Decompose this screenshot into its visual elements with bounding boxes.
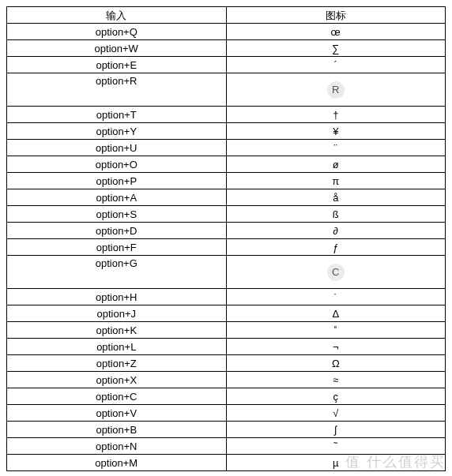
- cell-icon: µ: [226, 455, 446, 471]
- table-row: option+E´: [7, 57, 446, 73]
- table-row: option+Pπ: [7, 173, 446, 189]
- cell-icon: √: [226, 405, 446, 422]
- cell-icon: Δ: [226, 305, 446, 322]
- table-row: option+L¬: [7, 339, 446, 355]
- cell-input: option+R: [7, 73, 227, 107]
- table-row: option+N˜: [7, 438, 446, 455]
- cell-icon: π: [226, 173, 446, 189]
- cell-icon: œ: [226, 24, 446, 40]
- table-row: option+GC: [7, 256, 446, 289]
- cell-icon: ∂: [226, 223, 446, 239]
- cell-input: option+E: [7, 57, 227, 73]
- cell-icon: C: [226, 256, 446, 289]
- header-input: 输入: [7, 7, 227, 24]
- cell-input: option+K: [7, 322, 227, 339]
- cell-input: option+G: [7, 256, 227, 289]
- table-row: option+Sß: [7, 206, 446, 223]
- cell-input: option+L: [7, 339, 227, 355]
- cell-icon: †: [226, 107, 446, 123]
- cell-input: option+B: [7, 422, 227, 438]
- table-row: option+B∫: [7, 422, 446, 438]
- table-row: option+H˙: [7, 289, 446, 305]
- cell-icon: ∑: [226, 40, 446, 57]
- cell-input: option+N: [7, 438, 227, 455]
- cell-input: option+O: [7, 156, 227, 173]
- table-row: option+Mµ: [7, 455, 446, 471]
- table-row: option+RR: [7, 73, 446, 107]
- cell-icon: ∫: [226, 422, 446, 438]
- cell-input: option+H: [7, 289, 227, 305]
- cell-input: option+Z: [7, 355, 227, 372]
- cell-input: option+Q: [7, 24, 227, 40]
- cell-input: option+X: [7, 372, 227, 388]
- cell-icon: ß: [226, 206, 446, 223]
- table-row: option+ZΩ: [7, 355, 446, 372]
- table-row: option+Oø: [7, 156, 446, 173]
- cell-input: option+T: [7, 107, 227, 123]
- cell-input: option+Y: [7, 123, 227, 140]
- cell-input: option+P: [7, 173, 227, 189]
- cell-icon: å: [226, 189, 446, 206]
- cell-input: option+F: [7, 239, 227, 256]
- cell-icon: Ω: [226, 355, 446, 372]
- cell-icon: ƒ: [226, 239, 446, 256]
- table-row: option+Y¥: [7, 123, 446, 140]
- table-row: option+JΔ: [7, 305, 446, 322]
- cell-icon: ˚: [226, 322, 446, 339]
- cell-input: option+A: [7, 189, 227, 206]
- cell-input: option+W: [7, 40, 227, 57]
- table-row: option+T†: [7, 107, 446, 123]
- shortcut-table: 输入 图标 option+Qœoption+W∑option+E´option+…: [6, 6, 446, 471]
- cell-icon: R: [226, 73, 446, 107]
- table-row: option+W∑: [7, 40, 446, 57]
- cell-icon: ¥: [226, 123, 446, 140]
- cell-input: option+J: [7, 305, 227, 322]
- cell-icon: ¬: [226, 339, 446, 355]
- table-row: option+Fƒ: [7, 239, 446, 256]
- cell-input: option+U: [7, 140, 227, 156]
- table-header-row: 输入 图标: [7, 7, 446, 24]
- table-row: option+Aå: [7, 189, 446, 206]
- cell-icon: ¨: [226, 140, 446, 156]
- cell-icon: ´: [226, 57, 446, 73]
- cell-input: option+S: [7, 206, 227, 223]
- circled-icon: R: [327, 81, 345, 99]
- cell-input: option+M: [7, 455, 227, 471]
- cell-icon: ˜: [226, 438, 446, 455]
- circled-icon: C: [327, 264, 345, 281]
- table-row: option+Cç: [7, 388, 446, 405]
- table-row: option+Qœ: [7, 24, 446, 40]
- cell-icon: ç: [226, 388, 446, 405]
- cell-input: option+D: [7, 223, 227, 239]
- table-row: option+U¨: [7, 140, 446, 156]
- table-row: option+X≈: [7, 372, 446, 388]
- table-row: option+K˚: [7, 322, 446, 339]
- cell-icon: ˙: [226, 289, 446, 305]
- table-row: option+D∂: [7, 223, 446, 239]
- cell-input: option+V: [7, 405, 227, 422]
- cell-icon: ≈: [226, 372, 446, 388]
- cell-input: option+C: [7, 388, 227, 405]
- header-icon: 图标: [226, 7, 446, 24]
- cell-icon: ø: [226, 156, 446, 173]
- table-row: option+V√: [7, 405, 446, 422]
